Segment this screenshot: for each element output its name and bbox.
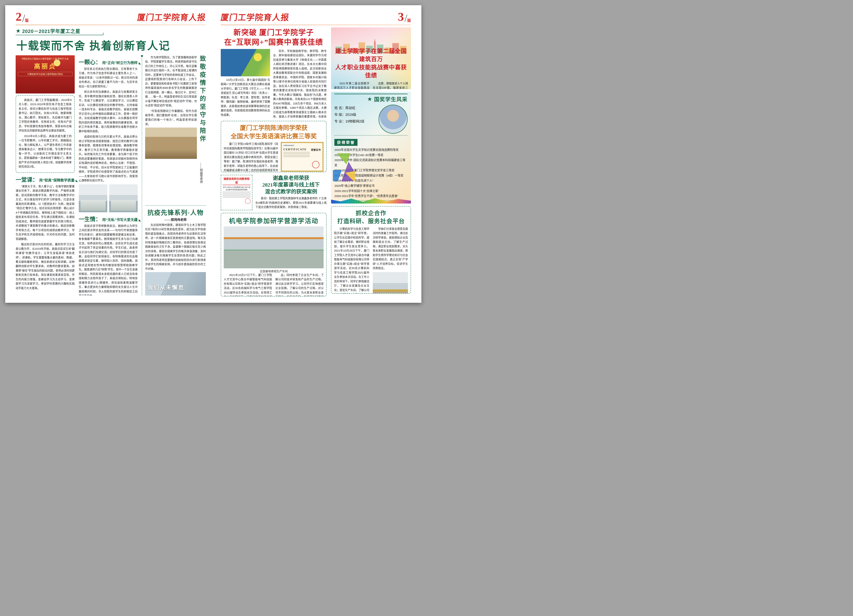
photo-banner-text: 学院纪念孔子诞辰2572周年暨第十三届“尊师节”大会 <box>18 57 73 60</box>
section-yishengqing-body: 高丽贞坚守思想教育前沿，她始终认为师生之间应是亦师亦友的关系——句句叮咛是她服务… <box>79 224 138 296</box>
page-number: 2 <box>16 11 21 23</box>
page3-number: 3 版 <box>398 11 411 23</box>
a3-body: 厦门工学院19软件工程3班陈涛同学（同时也是国际教育学院国际班学生）在第26届中… <box>224 142 323 172</box>
certificate-lines <box>283 152 321 157</box>
page2-header: 2 版 厦门工学院育人报 <box>16 11 206 23</box>
internet-plus-article: 新突破 厦门工学院学子 在“互联网+”国赛中喜获佳绩 10月12至15日，第七届… <box>221 27 326 118</box>
english-contest-article: 厦门工学院陈涛同学荣获 全国大学生英语演讲比赛三等奖 厦门工学院19软件工程3班… <box>221 121 326 172</box>
triangle-icon: ◣ <box>139 218 141 222</box>
page3-left-column: 新突破 厦门工学院学子 在“互联网+”国赛中喜获佳绩 10月12至15日，第七届… <box>221 27 326 296</box>
honor-item: 2020-2021学年“优秀学生干部”、“优秀青年志愿者” <box>334 193 408 199</box>
kangyi-headline: 抗疫先锋系列·人物 <box>145 208 206 217</box>
a2-headline: 建土学院学子在第二届全国建筑百万 人才职业技能挑战赛中喜获佳绩 <box>334 47 408 79</box>
photo-overlay-slogan: 我们从未懈怠 <box>147 283 184 291</box>
triangle-icon: ◣ <box>76 179 78 182</box>
field-grade: 年 级：2019级 <box>334 111 364 118</box>
workbench-photo <box>109 184 138 212</box>
a5-col1: 2021年10月27日下午，厦门工学院人才交流中心联合中骏智能电气科技股份有限公… <box>224 273 272 296</box>
page-number: 3 <box>398 11 404 23</box>
kangyi-article: 抗疫先锋系列·人物 ——郑鸿伟老师 在这段特殊时期里，建筑科学与土木工程学院社区… <box>145 208 206 296</box>
a5-col2: 品；同时参观了企业生产车间，了解公司的技术研发和产品的生产过程。通过此次研学学习… <box>275 273 323 296</box>
lab-bench <box>80 200 106 211</box>
page3-right-column: 建土学院学子在第二届全国建筑百万 人才职业技能挑战赛中喜获佳绩 2021年第二届… <box>331 27 411 296</box>
a1-headline: 新突破 厦门工学院学子 在“互联网+”国赛中喜获佳绩 <box>221 28 326 47</box>
page3-header: 厦门工学院育人报 3 版 <box>221 11 411 23</box>
a1-body: 10月12至15日，第七届中国国际“互联网+”大学生创新创业大赛总决赛在南昌大学… <box>221 49 326 118</box>
doc-title: 福建省高校在线教育联盟 <box>223 177 250 185</box>
kjy-article: 作为商学院院长，为了更准确地协助学校、学院掌握学生情况，柯老师始终坚守在自己的工… <box>145 55 206 203</box>
doc-subtitle: 关于公布2021年度慕课与线上线下混合式教学案例征集结果的通知 <box>223 186 250 191</box>
lab-bench <box>111 200 136 211</box>
newspaper-masthead: 厦门工学院育人报 <box>220 11 290 23</box>
school-enterprise-article: 抓校企合作 打造科研、服务社会平台 计算机科学与信息工程学院开展“实践+就业”研… <box>331 206 411 294</box>
page2-column-3: 作为商学院院长，为了更准确地协助学校、学院掌握学生情况，柯老师始终坚守在自己的工… <box>142 55 206 296</box>
panel-title: 国奖学生风采 <box>374 96 408 103</box>
honor-item: 2020-2021学年校园十大“自律之星” <box>334 188 408 194</box>
vertical-headline-strip: 致敬疫情下的坚守与陪伴 ——柯晶莹老师 <box>199 55 206 203</box>
profile-fields: 姓 名：陈幼虹 年 级：2019级 专 业：19物联网2班 <box>334 105 364 134</box>
a2-col1: 2021年第二届全国数字建筑百万人才职业技能挑战赛-基础赛道圆满结束，建土学院学… <box>334 81 369 89</box>
a4-content: 谢鑫泉老师荣获 2021年度慕课与线上线下 混合式教学的获奖案例 喜讯！我校建土… <box>255 175 326 210</box>
header-rule <box>221 24 411 26</box>
kangyi-body: 在这段特殊时期里，建筑科学与土木工程学院社区7栋的22间空宿舍临危受命，成为此次… <box>145 223 206 271</box>
a5-body: 2021年10月27日下午，厦门工学院人才交流中心联合中骏智能电气科技股份有限公… <box>224 273 323 296</box>
a6-headline: 抓校企合作 打造科研、服务社会平台 <box>334 209 408 225</box>
certificate-brand: CHINADAILY <box>283 144 321 146</box>
a3-headline: 厦门工学院陈涛同学荣获 全国大学生英语演讲比赛三等奖 <box>224 124 323 140</box>
star-icon: ★ <box>16 28 21 34</box>
section-yikexin-body: 担任系主任和执行院长期间，日常事务千头万绪，作为电子信息学科建设主要负责人之一，… <box>79 67 138 183</box>
a5-headline: 机电学院参加研学营游学活动 <box>224 216 323 225</box>
star-icon: ★ <box>367 96 372 102</box>
dorm-photo <box>145 127 197 159</box>
a2-body: 2021年第二届全国数字建筑百万人才职业技能挑战赛-基础赛道圆满结束，建土学院学… <box>334 81 408 89</box>
a1-column-a: 10月12至15日，第七届中国国际“互联网+”大学生创新创业大赛总决赛在南昌大学… <box>221 49 270 118</box>
banner-label: 2020－2021学年厦工之星 <box>22 27 80 34</box>
section-head-yitangke: 一堂课： 用“较真”保障教学质量 ◣ <box>16 175 75 183</box>
a2-col2: 志愿、郭煌煌进入个人排名全国100强，福建省前三甲；曾繁庭、洪景富获最佳骏马奖；… <box>373 81 408 89</box>
red-stamp-icon <box>312 161 319 168</box>
newspaper-spread: 2 版 厦门工学院育人报 ★ 2020－2021学年厦工之星 十载锲而不舍 执着… <box>5 5 421 303</box>
honor-item: 2020年“线上教学辅导”荣誉证书 <box>334 183 408 188</box>
header-rule <box>16 24 206 26</box>
lab-photos <box>79 184 138 212</box>
newspaper-masthead: 厦门工学院育人报 <box>137 11 206 23</box>
kjy-body: 作为商学院院长，为了更准确地协助学校、学院掌握学生情况，柯老师始终坚守在自己的工… <box>145 55 197 203</box>
student-portrait <box>378 105 408 134</box>
national-award-student-panel: ★ 国奖学生风采 姓 名：陈幼虹 年 级：2019级 专 业：19物联网2班 获… <box>331 92 411 203</box>
notice-document-image: 福建省高校在线教育联盟 关于公布2021年度慕课与线上线下混合式教学案例征集结果… <box>221 175 252 210</box>
a4-headline: 谢鑫泉老师荣获 2021年度慕课与线上线下 混合式教学的获奖案例 <box>255 175 326 195</box>
factory-tour-photo <box>224 226 323 269</box>
construction-contest-article: 建土学院学子在第二届全国建筑百万 人才职业技能挑战赛中喜获佳绩 2021年第二届… <box>331 27 411 89</box>
page-number-label: 版 <box>407 19 411 22</box>
mooc-award-article: 福建省高校在线教育联盟 关于公布2021年度慕课与线上线下混合式教学案例征集结果… <box>221 175 326 210</box>
electronics-lab-photo <box>79 184 107 212</box>
awardee-name: 高丽贞 <box>18 61 73 70</box>
panel-header: ★ 国奖学生风采 <box>334 94 408 103</box>
vertical-byline: ——柯晶莹老师 <box>199 162 203 203</box>
page-number-label: 版 <box>25 19 29 22</box>
kangyi-byline: ——郑鸿伟老师 <box>145 217 206 222</box>
section-head-yishengqing: 一生情： 用“无私”书写大爱无疆 ◣ <box>79 214 138 223</box>
field-major: 专 业：19物联网2班 <box>334 118 364 125</box>
duty-desk-photo: 我们从未懈怠 ♥ 私密赞 <box>145 272 206 296</box>
a6-col2: 学妹们分享就业感受及面试时的准备工作指导。通过此次研学体验，提前感知企业氛围和就… <box>373 227 408 294</box>
intro-paragraph: 2010年8月入职后，高丽贞成为厦工的一位专职教师，11年的厦工岁月，她兢兢业业… <box>19 134 72 169</box>
awardee-role: 计算机科学与信息工程学院执行院长 <box>18 72 73 76</box>
a3-text: 厦门工学院19软件工程3班陈涛同学（同时也是国际教育学院国际班学生）在第26届中… <box>224 142 278 172</box>
a6-body: 计算机科学与信息工程学院开展“实践+就业”研学营，让学生在实践中检验所学，提前了… <box>334 227 408 294</box>
team-group-photo <box>221 49 270 76</box>
section-banner: ★ 2020－2021学年厦工之星 <box>16 27 103 35</box>
page2-main-headline: 十载锲而不舍 执着创新育人记 <box>17 37 206 53</box>
page3-columns: 新突破 厦门工学院学子 在“互联网+”国赛中喜获佳绩 10月12至15日，第七届… <box>221 27 411 296</box>
a4-text: 喜讯！我校建土学院风景园林专业谢鑫泉老师的《“立体化4维形态”的园林历史课程》，… <box>255 196 326 209</box>
crane-beam <box>224 237 323 239</box>
doc-lines <box>223 192 250 197</box>
study-camp-article: 机电学院参加研学营游学活动 总部基地参观生产车间 2021年10月27日下午，厦… <box>221 213 326 296</box>
a1-column-b: 另外，学校鼓励跨学校、跨学院、跨专业、跨年级组建创业团队，朱健同学作为项目成员参… <box>273 49 326 118</box>
profile-row: 姓 名：陈幼虹 年 级：2019级 专 业：19物联网2班 <box>334 105 408 134</box>
slash-divider <box>405 15 407 22</box>
vertical-headline: 致敬疫情下的坚守与陪伴 <box>199 55 206 159</box>
dotted-divider <box>334 135 408 135</box>
photo-caption: 总部基地参观生产车间 <box>224 269 323 273</box>
section-head-yikexin: 一颗心： 用“正向”树立行为榜样 ◣ <box>79 58 138 66</box>
